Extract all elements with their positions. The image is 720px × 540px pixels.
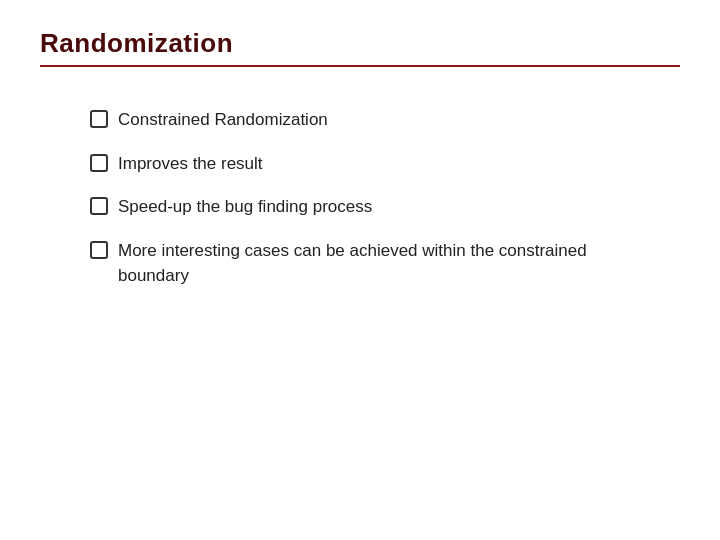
bullet-item-4: More interesting cases can be achieved w… — [90, 238, 650, 289]
bullet-checkbox-icon-1 — [90, 110, 108, 128]
slide-content: Constrained Randomization Improves the r… — [40, 97, 680, 299]
bullet-item-3: Speed-up the bug finding process — [90, 194, 650, 220]
bullet-text-4: More interesting cases can be achieved w… — [118, 238, 650, 289]
bullet-item-1: Constrained Randomization — [90, 107, 650, 133]
title-underline — [40, 65, 680, 67]
slide-header: Randomization — [40, 28, 680, 67]
bullet-item-2: Improves the result — [90, 151, 650, 177]
bullet-checkbox-icon-3 — [90, 197, 108, 215]
bullet-text-2: Improves the result — [118, 151, 650, 177]
bullet-text-3: Speed-up the bug finding process — [118, 194, 650, 220]
bullet-checkbox-icon-4 — [90, 241, 108, 259]
slide-title: Randomization — [40, 28, 680, 59]
bullet-text-1: Constrained Randomization — [118, 107, 650, 133]
slide-container: Randomization Constrained Randomization … — [0, 0, 720, 540]
bullet-checkbox-icon-2 — [90, 154, 108, 172]
